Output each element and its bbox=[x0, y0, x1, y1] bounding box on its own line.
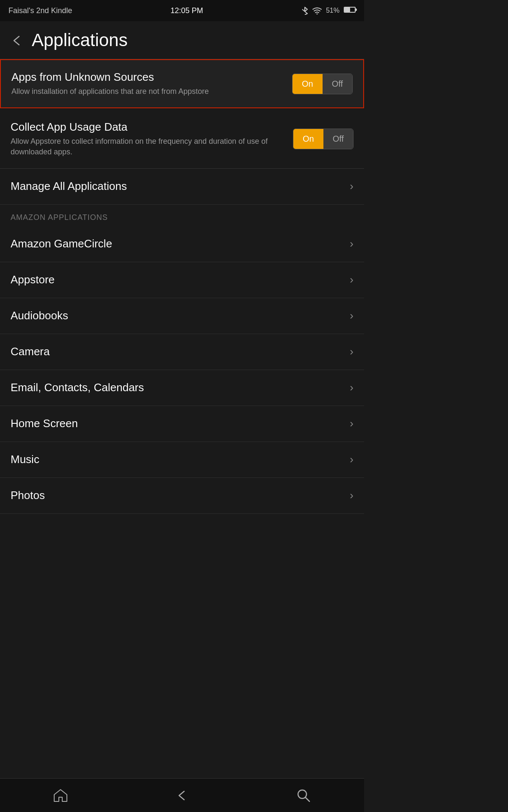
page-title: Applications bbox=[32, 30, 127, 50]
chevron-icon-audiobooks: › bbox=[350, 309, 353, 322]
chevron-icon-appstore: › bbox=[350, 273, 353, 286]
nav-row-gamecircle[interactable]: Amazon GameCircle › bbox=[0, 226, 364, 262]
collect-usage-row: Collect App Usage Data Allow Appstore to… bbox=[0, 110, 364, 168]
nav-row-photos[interactable]: Photos › bbox=[0, 478, 364, 514]
back-button[interactable] bbox=[11, 33, 23, 47]
nav-row-audiobooks[interactable]: Audiobooks › bbox=[0, 298, 364, 334]
collect-usage-title: Collect App Usage Data bbox=[11, 121, 284, 134]
collect-usage-desc: Allow Appstore to collect information on… bbox=[11, 136, 284, 157]
chevron-icon-email: › bbox=[350, 381, 353, 394]
nav-label-photos: Photos bbox=[11, 489, 45, 502]
nav-row-camera[interactable]: Camera › bbox=[0, 334, 364, 370]
collect-usage-on-button[interactable]: On bbox=[293, 129, 323, 149]
device-name: Faisal's 2nd Kindle bbox=[8, 6, 72, 15]
status-icons: 51% bbox=[301, 6, 356, 15]
bottom-navigation bbox=[0, 778, 364, 812]
nav-row-appstore[interactable]: Appstore › bbox=[0, 262, 364, 298]
unknown-sources-off-button[interactable]: Off bbox=[323, 74, 352, 94]
search-button[interactable] bbox=[287, 783, 320, 808]
nav-label-gamecircle: Amazon GameCircle bbox=[11, 237, 112, 250]
unknown-sources-row: Apps from Unknown Sources Allow installa… bbox=[0, 59, 364, 108]
page-header: Applications bbox=[0, 21, 364, 59]
home-button[interactable] bbox=[44, 783, 77, 808]
collect-usage-toggle[interactable]: On Off bbox=[293, 129, 353, 149]
clock: 12:05 PM bbox=[171, 6, 203, 15]
amazon-applications-section-header: AMAZON APPLICATIONS bbox=[0, 205, 364, 226]
nav-label-email: Email, Contacts, Calendars bbox=[11, 381, 144, 394]
svg-point-0 bbox=[316, 14, 318, 15]
chevron-icon-camera: › bbox=[350, 345, 353, 358]
nav-label-camera: Camera bbox=[11, 345, 50, 358]
nav-label-appstore: Appstore bbox=[11, 273, 55, 286]
chevron-icon-gamecircle: › bbox=[350, 237, 353, 250]
unknown-sources-toggle[interactable]: On Off bbox=[292, 74, 353, 94]
bluetooth-icon bbox=[301, 6, 308, 15]
status-bar: Faisal's 2nd Kindle 12:05 PM 51% bbox=[0, 0, 364, 21]
chevron-icon-manage-all: › bbox=[350, 180, 353, 193]
battery-percent: 51% bbox=[326, 7, 340, 14]
nav-row-home-screen[interactable]: Home Screen › bbox=[0, 406, 364, 442]
unknown-sources-on-button[interactable]: On bbox=[293, 74, 323, 94]
svg-point-1 bbox=[298, 790, 306, 798]
collect-usage-text: Collect App Usage Data Allow Appstore to… bbox=[11, 121, 284, 157]
nav-label-manage-all: Manage All Applications bbox=[11, 180, 127, 193]
collect-usage-off-button[interactable]: Off bbox=[323, 129, 353, 149]
unknown-sources-desc: Allow installation of applications that … bbox=[11, 86, 284, 97]
chevron-icon-photos: › bbox=[350, 489, 353, 502]
battery-icon bbox=[344, 7, 356, 14]
nav-label-home-screen: Home Screen bbox=[11, 417, 78, 430]
nav-label-music: Music bbox=[11, 453, 39, 466]
nav-row-music[interactable]: Music › bbox=[0, 442, 364, 478]
chevron-icon-music: › bbox=[350, 453, 353, 466]
unknown-sources-title: Apps from Unknown Sources bbox=[11, 71, 284, 84]
nav-row-manage-all[interactable]: Manage All Applications › bbox=[0, 169, 364, 205]
content-area: Apps from Unknown Sources Allow installa… bbox=[0, 59, 364, 778]
back-nav-button[interactable] bbox=[165, 783, 199, 808]
chevron-icon-home-screen: › bbox=[350, 417, 353, 430]
unknown-sources-text: Apps from Unknown Sources Allow installa… bbox=[11, 71, 284, 97]
nav-row-email[interactable]: Email, Contacts, Calendars › bbox=[0, 370, 364, 406]
nav-label-audiobooks: Audiobooks bbox=[11, 309, 68, 322]
wifi-icon bbox=[312, 7, 322, 15]
